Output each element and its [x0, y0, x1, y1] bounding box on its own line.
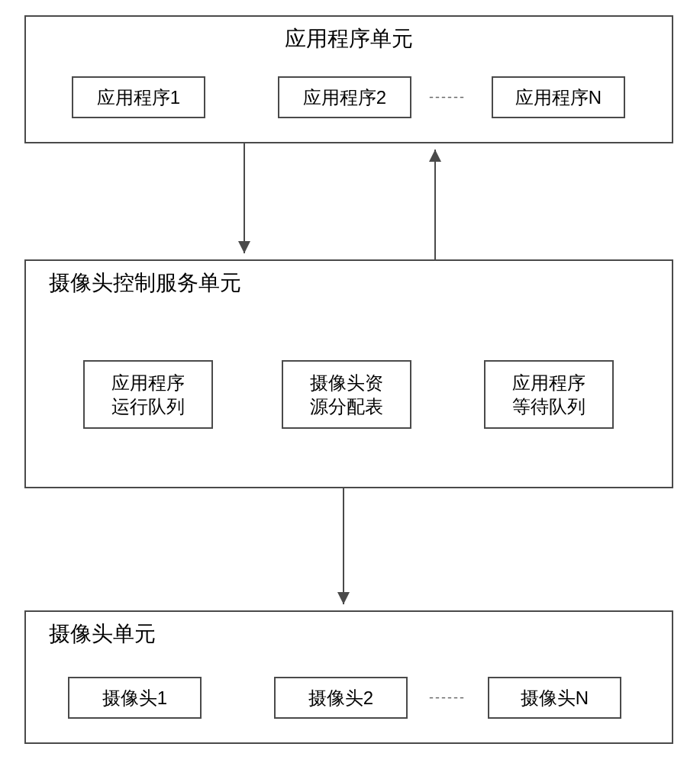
- camera-2-box: 摄像头2: [274, 677, 408, 719]
- camera-resource-alloc-box: 摄像头资 源分配表: [282, 360, 411, 429]
- app-running-queue-label: 应用程序 运行队列: [111, 371, 185, 418]
- app-2-label: 应用程序2: [303, 85, 386, 109]
- camera-unit-box: 摄像头单元 摄像头1 摄像头2 ------ 摄像头N: [24, 610, 673, 744]
- application-unit-title: 应用程序单元: [26, 24, 672, 53]
- application-unit-box: 应用程序单元 应用程序1 应用程序2 ------ 应用程序N: [24, 15, 673, 143]
- app-1-box: 应用程序1: [72, 76, 205, 118]
- app-running-queue-box: 应用程序 运行队列: [83, 360, 213, 429]
- camera-ellipsis: ------: [429, 690, 466, 706]
- camera-2-label: 摄像头2: [308, 686, 373, 710]
- app-n-label: 应用程序N: [515, 85, 602, 109]
- app-1-label: 应用程序1: [97, 85, 180, 109]
- app-ellipsis: ------: [429, 89, 466, 105]
- camera-control-service-box: 摄像头控制服务单元 应用程序 运行队列 摄像头资 源分配表 应用程序 等待队列: [24, 259, 673, 488]
- camera-unit-title: 摄像头单元: [49, 620, 672, 649]
- camera-resource-alloc-label: 摄像头资 源分配表: [310, 371, 383, 418]
- camera-control-service-title: 摄像头控制服务单元: [49, 269, 672, 298]
- app-waiting-queue-label: 应用程序 等待队列: [512, 371, 585, 418]
- camera-n-label: 摄像头N: [521, 686, 589, 710]
- app-waiting-queue-box: 应用程序 等待队列: [484, 360, 614, 429]
- camera-1-box: 摄像头1: [68, 677, 202, 719]
- camera-1-label: 摄像头1: [102, 686, 167, 710]
- app-n-box: 应用程序N: [492, 76, 625, 118]
- app-2-box: 应用程序2: [278, 76, 411, 118]
- camera-n-box: 摄像头N: [488, 677, 621, 719]
